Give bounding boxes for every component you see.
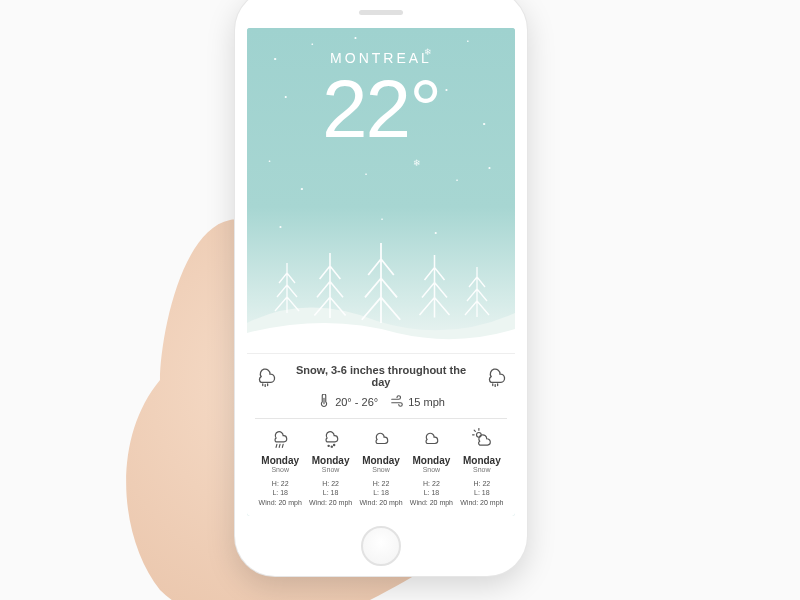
wind-label: Wind: 20 mph — [257, 498, 303, 508]
cloudy-icon — [370, 435, 392, 452]
svg-point-10 — [328, 445, 329, 446]
wind-label: Wind: 20 mph — [358, 498, 404, 508]
condition-label: Snow — [257, 466, 303, 473]
day-label: Monday — [307, 455, 353, 466]
low-label: L: 18 — [408, 488, 454, 498]
svg-point-11 — [331, 446, 332, 447]
high-label: H: 22 — [257, 479, 303, 489]
forecast-day[interactable]: Monday Snow H: 22 L: 18 Wind: 20 mph — [356, 427, 406, 508]
condition-label: Snow — [408, 466, 454, 473]
condition-label: Snow — [459, 466, 505, 473]
weather-app-screen: MONTREAL 22° • • • ❄ • • ❄ • • • • • • ❄… — [247, 28, 515, 516]
snow-cloud-icon — [483, 362, 509, 390]
divider — [255, 418, 507, 419]
wind-icon — [390, 394, 404, 410]
rain-icon — [269, 435, 291, 452]
high-label: H: 22 — [358, 479, 404, 489]
high-label: H: 22 — [307, 479, 353, 489]
high-label: H: 22 — [408, 479, 454, 489]
current-temperature: 22° — [247, 68, 515, 150]
day-label: Monday — [257, 455, 303, 466]
winter-scene-illustration — [247, 213, 515, 353]
forecast-row[interactable]: Monday Snow H: 22 L: 18 Wind: 20 mph Mon… — [253, 427, 509, 508]
svg-point-13 — [476, 432, 481, 437]
high-label: H: 22 — [459, 479, 505, 489]
svg-line-8 — [279, 444, 280, 447]
low-label: L: 18 — [459, 488, 505, 498]
thermometer-icon — [317, 394, 331, 410]
condition-label: Snow — [307, 466, 353, 473]
hero-section: MONTREAL 22° • • • ❄ • • ❄ • • • • • • ❄… — [247, 28, 515, 353]
forecast-day[interactable]: Monday Snow H: 22 L: 18 Wind: 20 mph — [406, 427, 456, 508]
drizzle-icon — [320, 435, 342, 452]
summary-text: Snow, 3-6 inches throughout the day — [289, 364, 473, 388]
partly-sunny-icon — [471, 435, 493, 452]
phone-frame: MONTREAL 22° • • • ❄ • • ❄ • • • • • • ❄… — [235, 0, 527, 576]
wind-speed: 15 mph — [408, 396, 445, 408]
svg-point-12 — [333, 444, 334, 445]
today-summary: Snow, 3-6 inches throughout the day — [253, 362, 509, 410]
day-label: Monday — [408, 455, 454, 466]
temp-range: 20° - 26° — [335, 396, 378, 408]
snow-cloud-icon — [253, 362, 279, 390]
svg-line-16 — [474, 430, 475, 431]
low-label: L: 18 — [358, 488, 404, 498]
wind-label: Wind: 20 mph — [307, 498, 353, 508]
low-label: L: 18 — [307, 488, 353, 498]
svg-line-7 — [276, 444, 277, 447]
svg-line-9 — [283, 444, 284, 447]
condition-label: Snow — [358, 466, 404, 473]
phone-speaker — [359, 10, 403, 15]
day-label: Monday — [358, 455, 404, 466]
low-label: L: 18 — [257, 488, 303, 498]
details-card: Snow, 3-6 inches throughout the day — [247, 353, 515, 516]
cloudy-icon — [420, 435, 442, 452]
wind-label: Wind: 20 mph — [408, 498, 454, 508]
home-button[interactable] — [361, 526, 401, 566]
forecast-day[interactable]: Monday Snow H: 22 L: 18 Wind: 20 mph — [457, 427, 507, 508]
wind-label: Wind: 20 mph — [459, 498, 505, 508]
forecast-day[interactable]: Monday Snow H: 22 L: 18 Wind: 20 mph — [305, 427, 355, 508]
forecast-day[interactable]: Monday Snow H: 22 L: 18 Wind: 20 mph — [255, 427, 305, 508]
day-label: Monday — [459, 455, 505, 466]
